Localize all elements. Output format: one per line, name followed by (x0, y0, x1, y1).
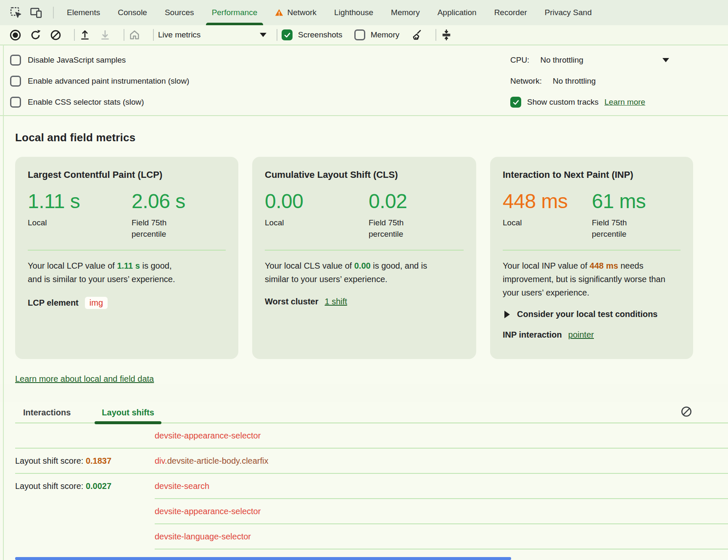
layout-shift-score: Layout shift score: 0.0027 (15, 481, 155, 491)
local-test-conditions-disclosure[interactable]: Consider your local test conditions (503, 309, 681, 319)
lcp-field-value: 2.06 s (132, 190, 185, 213)
tab-lighthouse[interactable]: Lighthouse (325, 0, 382, 25)
shift-element-link[interactable]: devsite-appearance-selector (155, 507, 261, 516)
logs-panel: Interactions Layout shifts devsite-appea… (0, 402, 728, 560)
tab-application[interactable]: Application (429, 0, 485, 25)
home-icon[interactable] (129, 28, 140, 42)
logs-tabs: Interactions Layout shifts (15, 402, 728, 423)
shift-element-link[interactable]: devsite-search (155, 481, 209, 491)
record-icon[interactable] (9, 28, 21, 42)
page-title: Local and field metrics (15, 131, 728, 144)
tab-network[interactable]: Network (266, 0, 325, 25)
tab-recorder[interactable]: Recorder (485, 0, 536, 25)
checkbox-checked-icon (510, 97, 521, 108)
triangle-right-icon (504, 311, 510, 318)
table-row[interactable]: devsite-appearance-selector (0, 423, 728, 448)
inp-description: Your local INP value of 448 ms needs imp… (503, 259, 672, 299)
divider (153, 29, 154, 41)
worst-cluster-link[interactable]: 1 shift (324, 297, 347, 306)
checkbox-checked-icon (282, 29, 293, 40)
learn-more-field-data-link[interactable]: Learn more about local and field data (15, 374, 154, 384)
cls-local-value: 0.00 (265, 190, 369, 213)
tab-privacy-sandbox[interactable]: Privacy Sand (536, 0, 601, 25)
tab-console[interactable]: Console (109, 0, 156, 25)
checkbox-unchecked-icon (10, 55, 21, 66)
local-label: Local (28, 217, 80, 240)
collapse-icon[interactable] (440, 28, 452, 42)
divider (277, 29, 277, 41)
show-custom-tracks-checkbox[interactable]: Show custom tracks Learn more (510, 92, 728, 113)
network-throttling-select[interactable]: Network: No throttling (510, 71, 728, 92)
cls-card: Cumulative Layout Shift (CLS) 0.00 Local… (252, 157, 476, 359)
tab-memory[interactable]: Memory (382, 0, 429, 25)
inp-interaction-link[interactable]: pointer (568, 330, 594, 340)
throttling-settings: CPU: No throttling Network: No throttlin… (510, 50, 728, 113)
tab-performance[interactable]: Performance (203, 0, 266, 25)
selection-highlight-bar (15, 557, 511, 560)
worst-cluster-label: Worst cluster (265, 297, 318, 306)
inp-interaction-label: INP interaction (503, 330, 562, 340)
checkbox-unchecked-icon (354, 29, 365, 40)
tab-layout-shifts[interactable]: Layout shifts (95, 402, 161, 423)
cls-description: Your local CLS value of 0.00 is good, an… (265, 259, 434, 286)
lcp-card-title: Largest Contentful Paint (LCP) (28, 169, 226, 180)
shift-element-link[interactable]: div.devsite-article-body.clearfix (155, 456, 268, 466)
clear-icon[interactable] (50, 28, 61, 42)
divider (28, 250, 226, 251)
cls-field-value: 0.02 (369, 190, 421, 213)
pane-left-border (3, 45, 4, 560)
divider (265, 250, 464, 251)
devtools-tab-bar: Elements Console Sources Performance Net… (0, 0, 728, 25)
shift-element-link[interactable]: devsite-appearance-selector (155, 431, 261, 441)
table-row[interactable]: devsite-appearance-selector (0, 499, 728, 523)
layout-shift-score: Layout shift score: 0.1837 (15, 456, 155, 466)
screenshots-checkbox[interactable]: Screenshots (282, 29, 343, 40)
metric-cards: Largest Contentful Paint (LCP) 1.11 s Lo… (15, 157, 728, 359)
table-row[interactable]: devsite-language-selector (0, 524, 728, 549)
warning-icon (275, 8, 283, 17)
inp-card: Interaction to Next Paint (INP) 448 ms L… (490, 157, 693, 359)
lcp-element-label: LCP element (28, 298, 79, 308)
field-label: Field 75th percentile (132, 217, 184, 240)
tab-interactions[interactable]: Interactions (16, 402, 78, 423)
divider (53, 7, 54, 18)
cpu-throttling-select[interactable]: CPU: No throttling (510, 50, 669, 71)
divider (435, 29, 436, 41)
tab-sources[interactable]: Sources (156, 0, 203, 25)
panel-mode-select[interactable]: Live metrics (158, 30, 266, 40)
inp-local-value: 448 ms (503, 190, 592, 213)
inp-field-value: 61 ms (592, 190, 646, 213)
gc-broom-icon[interactable] (411, 28, 423, 42)
divider (124, 29, 124, 41)
lcp-description: Your local LCP value of 1.11 s is good, … (28, 259, 182, 286)
field-label: Field 75th percentile (592, 217, 644, 240)
lcp-local-value: 1.11 s (28, 190, 132, 213)
divider (74, 29, 75, 41)
learn-more-link[interactable]: Learn more (604, 98, 645, 107)
divider (503, 250, 681, 251)
local-label: Local (503, 217, 555, 240)
lcp-card: Largest Contentful Paint (LCP) 1.11 s Lo… (15, 157, 238, 359)
save-profile-icon[interactable] (99, 28, 111, 42)
capture-settings: Disable JavaScript samples Enable advanc… (0, 45, 728, 115)
memory-checkbox[interactable]: Memory (354, 29, 400, 40)
inp-card-title: Interaction to Next Paint (INP) (503, 169, 681, 180)
checkbox-unchecked-icon (10, 76, 21, 87)
field-label: Field 75th percentile (369, 217, 421, 240)
tab-elements[interactable]: Elements (58, 0, 109, 25)
chevron-down-icon (662, 58, 669, 62)
inspect-element-icon[interactable] (8, 4, 24, 21)
clear-log-icon[interactable] (681, 406, 692, 417)
reload-record-icon[interactable] (29, 28, 41, 42)
local-field-metrics-pane: Local and field metrics Largest Contentf… (0, 115, 728, 384)
cls-card-title: Cumulative Layout Shift (CLS) (265, 169, 464, 180)
device-toolbar-icon[interactable] (29, 4, 44, 21)
load-profile-icon[interactable] (79, 28, 91, 42)
table-row[interactable]: Layout shift score: 0.1837 div.devsite-a… (0, 449, 728, 473)
lcp-element-chip[interactable]: img (85, 297, 108, 309)
performance-toolbar: Live metrics Screenshots Memory (0, 25, 728, 45)
chevron-down-icon (260, 33, 266, 37)
table-row[interactable]: Layout shift score: 0.0027 devsite-searc… (0, 474, 728, 498)
shift-element-link[interactable]: devsite-language-selector (155, 532, 251, 542)
local-label: Local (265, 217, 317, 240)
